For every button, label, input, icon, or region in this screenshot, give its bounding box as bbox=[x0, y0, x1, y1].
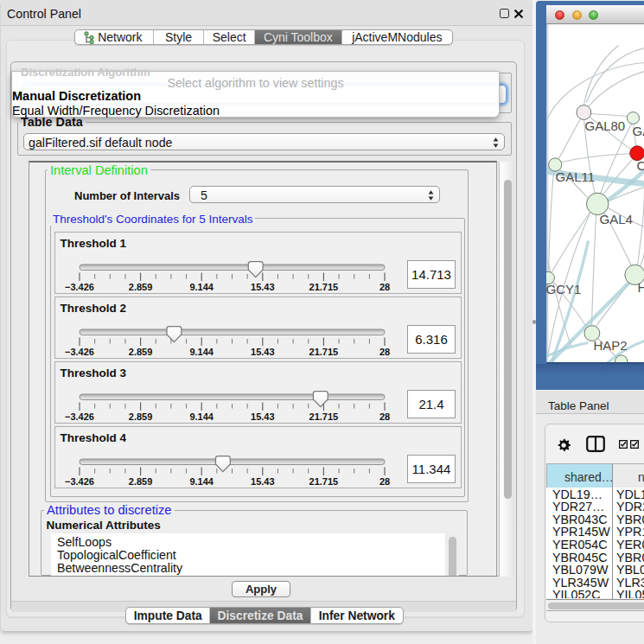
svg-text:C: C bbox=[636, 157, 644, 172]
svg-text:GAL4: GAL4 bbox=[599, 211, 632, 226]
svg-text:HAP2: HAP2 bbox=[593, 337, 627, 352]
svg-text:GAL: GAL bbox=[632, 123, 644, 137]
svg-text:GAL11: GAL11 bbox=[555, 169, 595, 183]
svg-text:GCY1: GCY1 bbox=[546, 281, 581, 296]
svg-text:GAL80: GAL80 bbox=[584, 118, 625, 132]
svg-text:H: H bbox=[637, 279, 644, 294]
